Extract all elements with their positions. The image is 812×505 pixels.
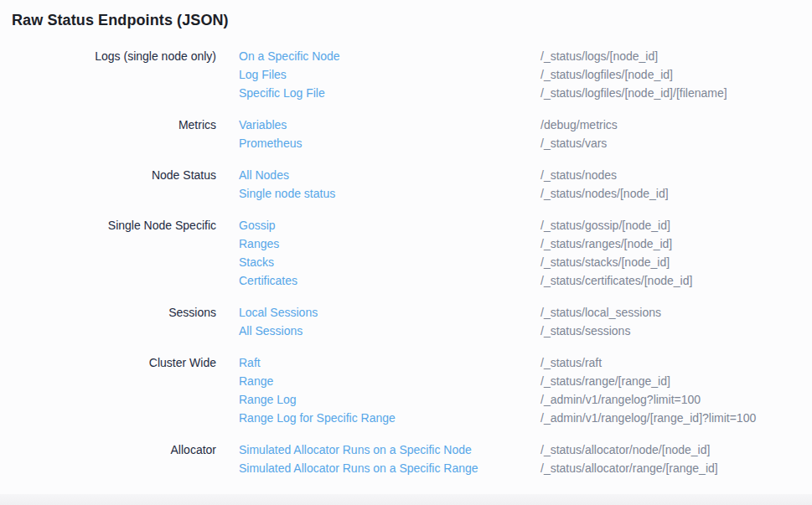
- endpoint-link[interactable]: On a Specific Node: [239, 47, 540, 65]
- endpoint-link[interactable]: Log Files: [239, 65, 540, 84]
- endpoint-path: /_status/local_sessions: [540, 303, 661, 322]
- endpoint-path: /_status/vars: [540, 134, 607, 152]
- section-sessions: Sessions Local Sessions /_status/local_s…: [12, 303, 800, 340]
- endpoint-path: /_status/logs/[node_id]: [540, 47, 658, 65]
- endpoint-path: /_status/allocator/node/[node_id]: [540, 441, 710, 459]
- section-category-label: Logs (single node only): [12, 47, 216, 65]
- section-category-label: Metrics: [12, 116, 216, 134]
- endpoint-row: Range Log for Specific Range /_admin/v1/…: [239, 409, 800, 427]
- section-metrics: Metrics Variables /debug/metrics Prometh…: [12, 116, 800, 152]
- endpoint-path: /_status/logfiles/[node_id]/[filename]: [540, 84, 727, 102]
- endpoint-path: /_status/nodes: [540, 166, 617, 184]
- endpoint-path: /_status/certificates/[node_id]: [540, 271, 692, 290]
- section-allocator: Allocator Simulated Allocator Runs on a …: [12, 441, 800, 477]
- section-category-label: Cluster Wide: [12, 353, 216, 372]
- endpoint-link[interactable]: Simulated Allocator Runs on a Specific R…: [239, 459, 540, 477]
- endpoint-row: Range Log /_admin/v1/rangelog?limit=100: [239, 390, 800, 409]
- section-entries: Simulated Allocator Runs on a Specific N…: [239, 441, 800, 477]
- endpoint-path: /_status/raft: [540, 353, 602, 372]
- endpoint-row: All Nodes /_status/nodes: [239, 166, 800, 184]
- endpoint-path: /_admin/v1/rangelog?limit=100: [540, 390, 701, 409]
- endpoint-path: /_status/nodes/[node_id]: [540, 184, 669, 203]
- section-node-status: Node Status All Nodes /_status/nodes Sin…: [12, 166, 800, 203]
- section-category-label: Allocator: [12, 441, 216, 459]
- endpoint-row: Prometheus /_status/vars: [239, 134, 800, 152]
- endpoint-row: Local Sessions /_status/local_sessions: [239, 303, 800, 322]
- endpoint-link[interactable]: Range: [239, 372, 540, 390]
- endpoint-path: /_admin/v1/rangelog/[range_id]?limit=100: [540, 409, 756, 427]
- endpoint-row: Specific Log File /_status/logfiles/[nod…: [239, 84, 800, 102]
- endpoint-row: Single node status /_status/nodes/[node_…: [239, 184, 800, 203]
- endpoint-path: /debug/metrics: [540, 116, 618, 134]
- endpoint-link[interactable]: Gossip: [239, 216, 540, 234]
- section-entries: Variables /debug/metrics Prometheus /_st…: [239, 116, 800, 152]
- endpoint-row: Variables /debug/metrics: [239, 116, 800, 134]
- endpoint-row: Certificates /_status/certificates/[node…: [239, 271, 800, 290]
- section-cluster-wide: Cluster Wide Raft /_status/raft Range /_…: [12, 353, 800, 427]
- endpoint-link[interactable]: Range Log: [239, 390, 540, 409]
- endpoint-link[interactable]: Certificates: [239, 271, 540, 290]
- section-category-label: Node Status: [12, 166, 216, 184]
- endpoint-link[interactable]: Stacks: [239, 253, 540, 271]
- endpoint-row: Gossip /_status/gossip/[node_id]: [239, 216, 800, 234]
- section-entries: Local Sessions /_status/local_sessions A…: [239, 303, 800, 340]
- endpoint-sections: Logs (single node only) On a Specific No…: [12, 47, 800, 477]
- endpoint-link[interactable]: Local Sessions: [239, 303, 540, 322]
- endpoint-row: Ranges /_status/ranges/[node_id]: [239, 234, 800, 253]
- endpoint-link[interactable]: All Sessions: [239, 322, 540, 340]
- endpoint-link[interactable]: Single node status: [239, 184, 540, 203]
- endpoint-row: Simulated Allocator Runs on a Specific R…: [239, 459, 800, 477]
- raw-status-endpoints-page: Raw Status Endpoints (JSON) Logs (single…: [0, 0, 812, 477]
- endpoint-row: Range /_status/range/[range_id]: [239, 372, 800, 390]
- endpoint-path: /_status/ranges/[node_id]: [540, 234, 672, 253]
- endpoint-link[interactable]: Prometheus: [239, 134, 540, 152]
- endpoint-path: /_status/range/[range_id]: [540, 372, 670, 390]
- endpoint-link[interactable]: Specific Log File: [239, 84, 540, 102]
- endpoint-link[interactable]: Simulated Allocator Runs on a Specific N…: [239, 441, 540, 459]
- endpoint-path: /_status/stacks/[node_id]: [540, 253, 670, 271]
- endpoint-row: Simulated Allocator Runs on a Specific N…: [239, 441, 800, 459]
- endpoint-link[interactable]: Raft: [239, 353, 540, 372]
- page-title: Raw Status Endpoints (JSON): [12, 12, 800, 29]
- endpoint-link[interactable]: Range Log for Specific Range: [239, 409, 540, 427]
- section-single-node-specific: Single Node Specific Gossip /_status/gos…: [12, 216, 800, 290]
- section-entries: Gossip /_status/gossip/[node_id] Ranges …: [239, 216, 800, 290]
- endpoint-row: On a Specific Node /_status/logs/[node_i…: [239, 47, 800, 65]
- section-entries: Raft /_status/raft Range /_status/range/…: [239, 353, 800, 427]
- endpoint-row: All Sessions /_status/sessions: [239, 322, 800, 340]
- endpoint-link[interactable]: Ranges: [239, 234, 540, 253]
- endpoint-path: /_status/gossip/[node_id]: [540, 216, 670, 234]
- section-category-label: Single Node Specific: [12, 216, 216, 234]
- endpoint-row: Raft /_status/raft: [239, 353, 800, 372]
- endpoint-row: Log Files /_status/logfiles/[node_id]: [239, 65, 800, 84]
- section-logs: Logs (single node only) On a Specific No…: [12, 47, 800, 102]
- endpoint-path: /_status/logfiles/[node_id]: [540, 65, 673, 84]
- next-section-divider: [0, 494, 812, 505]
- endpoint-link[interactable]: Variables: [239, 116, 540, 134]
- section-entries: All Nodes /_status/nodes Single node sta…: [239, 166, 800, 203]
- section-category-label: Sessions: [12, 303, 216, 322]
- endpoint-row: Stacks /_status/stacks/[node_id]: [239, 253, 800, 271]
- endpoint-path: /_status/sessions: [540, 322, 630, 340]
- endpoint-path: /_status/allocator/range/[range_id]: [540, 459, 718, 477]
- section-entries: On a Specific Node /_status/logs/[node_i…: [239, 47, 800, 102]
- endpoint-link[interactable]: All Nodes: [239, 166, 540, 184]
